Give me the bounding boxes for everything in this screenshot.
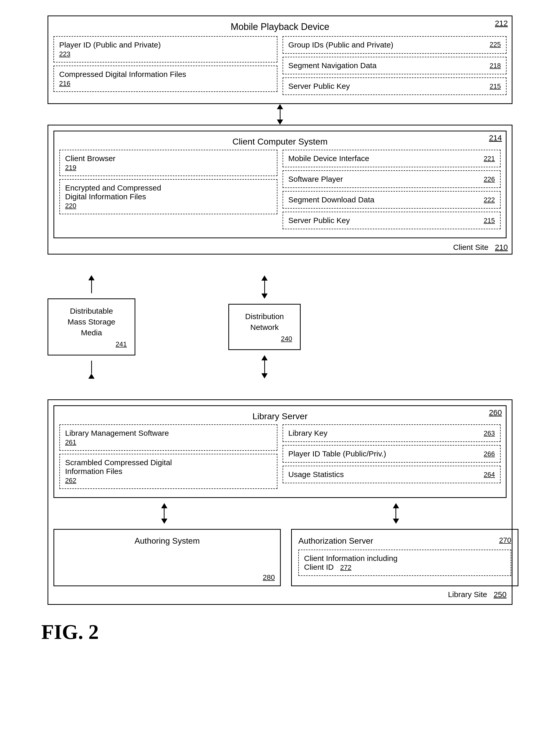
auth-server-header: Authorization Server 270: [298, 536, 511, 546]
authoring-ref: 280: [263, 573, 275, 582]
arrow-library-storage: [88, 361, 95, 379]
library-server-ref: 260: [489, 408, 502, 417]
arrow-line-dist-down: [264, 361, 265, 373]
group-ids-box: Group IDs (Public and Private) 225: [283, 36, 507, 54]
enc-compressed-ref: 220: [65, 202, 76, 210]
arrow-line-auth: [164, 508, 165, 519]
library-site-text: Library Site: [448, 590, 487, 599]
arrow-line-authserver: [395, 508, 396, 519]
player-id-ref: 223: [59, 50, 70, 58]
server-pubkey1-ref: 215: [490, 82, 501, 90]
server-pubkey1-label: Server Public Key: [288, 82, 350, 91]
scrambled-files-ref: 262: [65, 476, 76, 484]
client-computer-title: Client Computer System: [59, 137, 501, 147]
library-mgmt-ref: 261: [65, 438, 76, 446]
authoring-label: Authoring System: [61, 536, 274, 546]
player-id-box: Player ID (Public and Private) 223: [53, 36, 277, 62]
segment-nav-ref: 218: [490, 62, 501, 70]
client-info-box: Client Information includingClient ID 27…: [298, 550, 511, 576]
authoring-box: Authoring System 280: [53, 529, 281, 586]
distribution-network-box: DistributionNetwork 240: [228, 304, 301, 350]
server-pubkey2-ref: 215: [484, 217, 495, 225]
segment-download-box: Segment Download Data 222: [283, 191, 501, 209]
server-pubkey2-label: Server Public Key: [288, 216, 350, 225]
arrow-down-auth-icon: [161, 519, 167, 524]
library-site-box: 260 Library Server Library Management So…: [48, 399, 512, 605]
library-key-box: Library Key 263: [283, 424, 501, 442]
library-server-box: 260 Library Server Library Management So…: [53, 405, 507, 498]
client-site-ref: 210: [495, 243, 508, 252]
auth-server-ref: 270: [499, 536, 511, 544]
distribution-section: DistributionNetwork 240: [228, 276, 301, 378]
dist-network-label: DistributionNetwork: [237, 311, 292, 333]
arrow-down-dist-lib-icon: [261, 373, 268, 378]
library-key-ref: 263: [484, 429, 495, 437]
arrow-line-lib-storage: [91, 361, 92, 373]
compressed-files-label: Compressed Digital Information Files: [59, 70, 186, 79]
middle-row: DistributableMass StorageMedia 241 Distr…: [48, 265, 512, 389]
arrow-up-dist-lib-icon: [261, 355, 268, 361]
library-key-label: Library Key: [288, 429, 328, 437]
segment-download-ref: 222: [484, 196, 495, 204]
arrow-down-authserver-icon: [393, 519, 399, 524]
auth-server-label: Authorization Server: [298, 536, 373, 546]
scrambled-files-label: Scrambled Compressed DigitalInformation …: [65, 458, 172, 475]
scrambled-files-box: Scrambled Compressed DigitalInformation …: [59, 454, 277, 489]
mobile-device-interface-box: Mobile Device Interface 221: [283, 150, 501, 167]
client-site-label: Client Site 210: [453, 243, 508, 252]
arrow-dist-library: [261, 355, 268, 378]
enc-compressed-label: Encrypted and CompressedDigital Informat…: [65, 184, 161, 201]
group-ids-ref: 225: [490, 41, 501, 49]
mobile-device-ref: 212: [495, 19, 508, 28]
server-pubkey1-box: Server Public Key 215: [283, 77, 507, 95]
enc-compressed-box: Encrypted and CompressedDigital Informat…: [59, 179, 277, 214]
arrow-authoring: [53, 503, 275, 524]
arrow-line-storage: [91, 280, 92, 293]
player-id-table-box: Player ID Table (Public/Priv.) 266: [283, 445, 501, 462]
storage-ref: 241: [56, 340, 127, 348]
figure-label: FIG. 2: [41, 620, 99, 644]
usage-stats-label: Usage Statistics: [288, 470, 344, 479]
storage-label: DistributableMass StorageMedia: [56, 306, 127, 338]
arrow-dist-client: [261, 276, 268, 299]
storage-section: DistributableMass StorageMedia 241: [48, 275, 135, 379]
client-site-text: Client Site: [453, 243, 488, 252]
arrow-down-icon: [277, 120, 283, 125]
storage-box: DistributableMass StorageMedia 241: [48, 299, 135, 356]
client-site-box: 214 Client Computer System Client Browse…: [48, 125, 512, 255]
bottom-row: Authoring System 280 Authorization Serve…: [53, 529, 518, 586]
auth-server-box: Authorization Server 270 Client Informat…: [291, 529, 518, 586]
mobile-device-title: Mobile Playback Device: [53, 21, 507, 32]
usage-stats-box: Usage Statistics 264: [283, 466, 501, 483]
segment-download-label: Segment Download Data: [288, 196, 375, 204]
arrow-up-auth-icon: [161, 503, 167, 508]
library-server-title: Library Server: [59, 411, 501, 421]
compressed-files-ref: 216: [59, 80, 70, 87]
player-id-table-label: Player ID Table (Public/Priv.): [288, 449, 386, 458]
client-computer-ref: 214: [489, 134, 502, 142]
arrow-up-icon: [277, 104, 283, 109]
client-info-ref: 272: [340, 563, 351, 571]
group-ids-label: Group IDs (Public and Private): [288, 41, 393, 49]
arrow-up-lib-storage-icon: [88, 373, 95, 379]
library-site-ref: 250: [494, 590, 507, 599]
software-player-box: Software Player 226: [283, 170, 501, 188]
arrow-up-dist-icon: [261, 276, 268, 281]
library-mgmt-label: Library Management Software: [65, 429, 169, 437]
arrow-line: [280, 109, 281, 120]
arrow-up-authserver-icon: [393, 503, 399, 508]
mobile-device-box: 212 Mobile Playback Device Player ID (Pu…: [48, 15, 512, 104]
segment-nav-box: Segment Navigation Data 218: [283, 57, 507, 74]
player-id-label: Player ID (Public and Private): [59, 41, 161, 49]
diagram: 212 Mobile Playback Device Player ID (Pu…: [21, 15, 539, 644]
software-player-ref: 226: [484, 175, 495, 183]
library-mgmt-box: Library Management Software 261: [59, 424, 277, 451]
player-id-table-ref: 266: [484, 450, 495, 458]
segment-nav-label: Segment Navigation Data: [288, 61, 377, 70]
mobile-device-interface-ref: 221: [484, 155, 495, 163]
client-browser-ref: 219: [65, 164, 76, 171]
library-site-label: Library Site 250: [53, 590, 507, 599]
arrow-storage-client: [88, 275, 95, 293]
client-browser-box: Client Browser 219: [59, 150, 277, 176]
arrows-to-bottom: [53, 503, 507, 524]
